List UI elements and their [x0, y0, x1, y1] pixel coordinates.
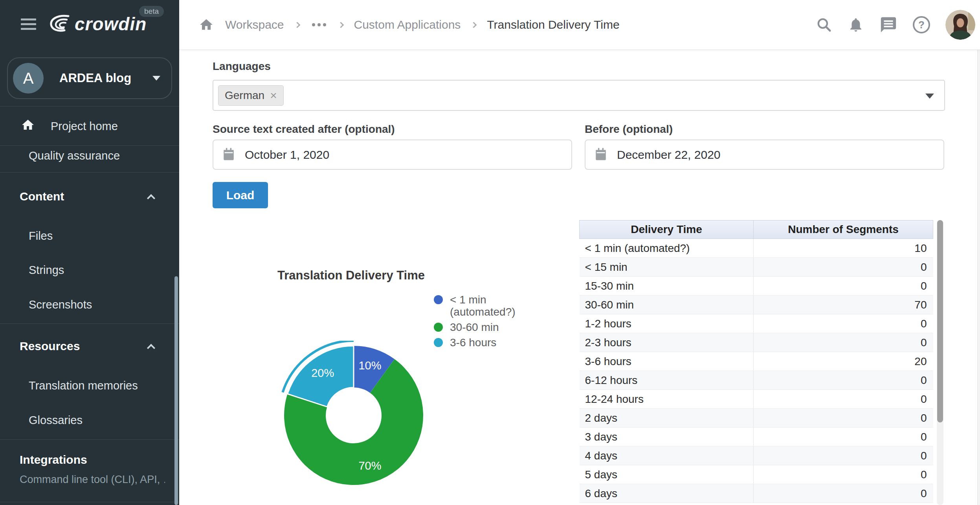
segments-count-cell: 0 — [754, 314, 933, 333]
chevron-up-icon — [147, 194, 155, 202]
language-tag-german[interactable]: German × — [218, 85, 284, 106]
sidebar-section-content[interactable]: Content — [0, 183, 174, 210]
sidebar-item-project-home[interactable]: Project home — [0, 113, 174, 140]
notifications-bell-icon[interactable] — [848, 17, 864, 33]
segments-count-cell: 20 — [754, 352, 933, 371]
table-row[interactable]: 6 days0 — [580, 484, 933, 503]
table-scrollbar-thumb[interactable] — [937, 220, 943, 422]
search-icon[interactable] — [816, 17, 832, 33]
remove-tag-icon[interactable]: × — [270, 89, 277, 102]
chevron-down-icon — [152, 76, 160, 81]
table-row[interactable]: 2 days0 — [580, 409, 933, 428]
chevron-right-icon — [294, 22, 300, 28]
delivery-time-cell: 5 days — [580, 465, 754, 484]
crowdin-logo[interactable]: crowdin — [47, 12, 147, 36]
segments-count-cell: 0 — [754, 409, 933, 428]
segments-count-cell: 70 — [754, 296, 933, 314]
calendar-icon — [222, 147, 235, 162]
after-date-label: Source text created after (optional) — [213, 123, 395, 136]
sidebar-item-translation-memories[interactable]: Translation memories — [0, 372, 174, 399]
delivery-time-cell: < 15 min — [580, 258, 754, 277]
sidebar-item-files[interactable]: Files — [0, 222, 174, 249]
breadcrumb-workspace[interactable]: Workspace — [225, 18, 284, 31]
segments-count-cell: 0 — [754, 390, 933, 409]
sidebar-item-screenshots[interactable]: Screenshots — [0, 291, 174, 318]
table-row[interactable]: 15-30 min0 — [580, 277, 933, 296]
legend-marker-icon — [434, 323, 443, 332]
delivery-time-cell: 1-2 hours — [580, 314, 754, 333]
delivery-time-cell: 15-30 min — [580, 277, 754, 296]
segments-count-cell: 0 — [754, 333, 933, 352]
before-date-input[interactable]: December 22, 2020 — [585, 140, 944, 170]
chart-legend: < 1 min(automated?)30-60 min3-6 hours — [434, 294, 516, 352]
segments-count-cell: 0 — [754, 465, 933, 484]
column-header-number-of-segments[interactable]: Number of Segments — [754, 220, 933, 239]
sidebar-item-strings[interactable]: Strings — [0, 257, 174, 283]
breadcrumb-ellipsis[interactable] — [310, 20, 328, 29]
load-button[interactable]: Load — [213, 182, 268, 208]
table-header-row: Delivery Time Number of Segments — [580, 220, 933, 239]
messages-icon[interactable] — [879, 16, 897, 34]
divider — [0, 172, 179, 173]
divider — [0, 106, 179, 107]
sidebar-scrollbar[interactable] — [174, 276, 178, 505]
table-row[interactable]: 2-3 hours0 — [580, 333, 933, 352]
user-avatar[interactable] — [945, 10, 975, 40]
table-row[interactable]: 1-2 hours0 — [580, 314, 933, 333]
page: crowdin beta A ARDEA blog Project home Q… — [0, 0, 980, 505]
chevron-up-icon — [147, 343, 155, 352]
legend-item[interactable]: < 1 min(automated?) — [434, 294, 516, 318]
legend-marker-icon — [434, 295, 443, 304]
table-row[interactable]: 3-6 hours20 — [580, 352, 933, 371]
segments-count-cell: 0 — [754, 484, 933, 503]
help-icon[interactable]: ? — [913, 16, 930, 33]
table-row[interactable]: < 15 min0 — [580, 258, 933, 277]
project-avatar: A — [13, 63, 44, 94]
table-row[interactable]: < 1 min (automated?)10 — [580, 239, 933, 258]
pie-slice-label: 20% — [311, 367, 334, 379]
table-row[interactable]: 5 days0 — [580, 465, 933, 484]
breadcrumb-custom-applications[interactable]: Custom Applications — [354, 18, 461, 31]
languages-select[interactable]: German × — [213, 80, 945, 111]
sidebar-item-label: Quality assurance — [29, 149, 120, 162]
sidebar-item-quality-assurance[interactable]: Quality assurance — [0, 142, 174, 169]
sidebar-item-label: Project home — [51, 120, 118, 133]
delivery-time-cell: 3-6 hours — [580, 352, 754, 371]
delivery-time-cell: 2-3 hours — [580, 333, 754, 352]
segments-count-cell: 10 — [754, 239, 933, 258]
crowdin-bird-icon — [47, 12, 72, 36]
custom-app-content: Languages German × Source text created a… — [179, 50, 980, 505]
table-row[interactable]: 4 days0 — [580, 446, 933, 465]
segments-count-cell: 0 — [754, 277, 933, 296]
integrations-subtitle: Command line tool (CLI), API, … — [20, 473, 165, 486]
workspace-home-icon[interactable] — [198, 17, 214, 32]
divider — [0, 323, 179, 324]
topbar: Workspace Custom Applications Translatio… — [179, 0, 980, 50]
table-row[interactable]: 12-24 hours0 — [580, 390, 933, 409]
table-row[interactable]: 30-60 min70 — [580, 296, 933, 314]
table-row[interactable]: 6-12 hours0 — [580, 371, 933, 390]
menu-icon[interactable] — [21, 18, 36, 33]
project-name: ARDEA blog — [59, 71, 152, 85]
sidebar: crowdin beta A ARDEA blog Project home Q… — [0, 0, 179, 505]
divider — [0, 439, 179, 440]
legend-item[interactable]: 30-60 min — [434, 321, 516, 333]
legend-label: 3-6 hours — [450, 336, 496, 349]
legend-item[interactable]: 3-6 hours — [434, 336, 516, 349]
table-row[interactable]: 3 days0 — [580, 428, 933, 446]
table-scrollbar[interactable] — [937, 220, 943, 505]
sidebar-item-glossaries[interactable]: Glossaries — [0, 407, 174, 433]
chart-title: Translation Delivery Time — [277, 268, 425, 283]
after-date-value: October 1, 2020 — [245, 148, 329, 162]
delivery-time-cell: 6 days — [580, 484, 754, 503]
sidebar-section-integrations[interactable]: Integrations — [0, 448, 174, 472]
column-header-delivery-time[interactable]: Delivery Time — [580, 220, 754, 239]
content-scrollbar[interactable] — [977, 50, 980, 505]
delivery-time-cell: 2 days — [580, 409, 754, 428]
sidebar-section-resources[interactable]: Resources — [0, 333, 174, 360]
project-switcher[interactable]: A ARDEA blog — [7, 57, 172, 99]
legend-label: < 1 min(automated?) — [450, 294, 516, 318]
chevron-right-icon — [471, 22, 477, 28]
after-date-input[interactable]: October 1, 2020 — [213, 140, 572, 170]
delivery-time-cell: 30-60 min — [580, 296, 754, 314]
